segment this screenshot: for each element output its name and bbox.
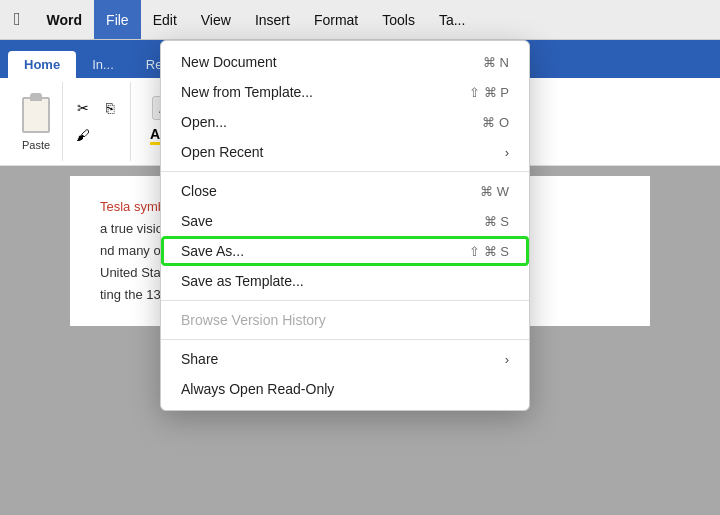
clipboard-group: ✂ ⎘ 🖌 [63,82,131,161]
paste-icon [18,93,54,137]
edit-menu[interactable]: Edit [141,0,189,39]
menu-label-new-document: New Document [181,54,277,70]
menu-arrow-share: › [505,352,509,367]
menu-item-open[interactable]: Open... ⌘ O [161,107,529,137]
menu-label-save-template: Save as Template... [181,273,304,289]
menu-shortcut-new-template: ⇧ ⌘ P [469,85,509,100]
menu-label-save: Save [181,213,213,229]
word-menu[interactable]: Word [35,0,95,39]
menu-item-save-template[interactable]: Save as Template... [161,266,529,296]
format-painter-button[interactable]: 🖌 [71,123,95,147]
menu-item-open-recent[interactable]: Open Recent › [161,137,529,167]
paste-label: Paste [22,139,50,151]
menu-shortcut-open: ⌘ O [482,115,509,130]
divider-1 [161,171,529,172]
insert-menu[interactable]: Insert [243,0,302,39]
mac-menubar:  Word File Edit View Insert Format Tool… [0,0,720,40]
menu-label-open-recent: Open Recent [181,144,264,160]
format-menu[interactable]: Format [302,0,370,39]
menu-label-close: Close [181,183,217,199]
menu-arrow-open-recent: › [505,145,509,160]
clipboard-icons: ✂ ⎘ 🖌 [71,96,122,147]
paste-button[interactable]: Paste [18,93,54,151]
cut-button[interactable]: ✂ [71,96,95,120]
menu-item-new-template[interactable]: New from Template... ⇧ ⌘ P [161,77,529,107]
table-menu[interactable]: Ta... [427,0,477,39]
menu-item-always-open-readonly[interactable]: Always Open Read-Only [161,374,529,404]
menu-item-save-as[interactable]: Save As... ⇧ ⌘ S [161,236,529,266]
menu-shortcut-close: ⌘ W [480,184,509,199]
apple-logo-icon[interactable]:  [0,9,35,30]
menu-label-open: Open... [181,114,227,130]
menu-shortcut-save: ⌘ S [484,214,509,229]
menu-item-share[interactable]: Share › [161,344,529,374]
menu-shortcut-new-document: ⌘ N [483,55,509,70]
divider-3 [161,339,529,340]
paste-group: Paste [10,82,63,161]
menu-item-browse-history: Browse Version History [161,305,529,335]
menu-shortcut-save-as: ⇧ ⌘ S [469,244,509,259]
menu-item-save[interactable]: Save ⌘ S [161,206,529,236]
file-dropdown-menu: New Document ⌘ N New from Template... ⇧ … [160,40,530,411]
menu-label-browse-history: Browse Version History [181,312,326,328]
view-menu[interactable]: View [189,0,243,39]
file-menu[interactable]: File [94,0,141,39]
copy-button[interactable]: ⎘ [98,96,122,120]
tab-home[interactable]: Home [8,51,76,78]
divider-2 [161,300,529,301]
menu-label-save-as: Save As... [181,243,244,259]
menu-label-new-template: New from Template... [181,84,313,100]
clipboard-shape [22,97,50,133]
menu-label-always-open-readonly: Always Open Read-Only [181,381,334,397]
menu-item-close[interactable]: Close ⌘ W [161,176,529,206]
menu-item-new-document[interactable]: New Document ⌘ N [161,47,529,77]
menu-label-share: Share [181,351,218,367]
tools-menu[interactable]: Tools [370,0,427,39]
tab-insert[interactable]: In... [76,51,130,78]
